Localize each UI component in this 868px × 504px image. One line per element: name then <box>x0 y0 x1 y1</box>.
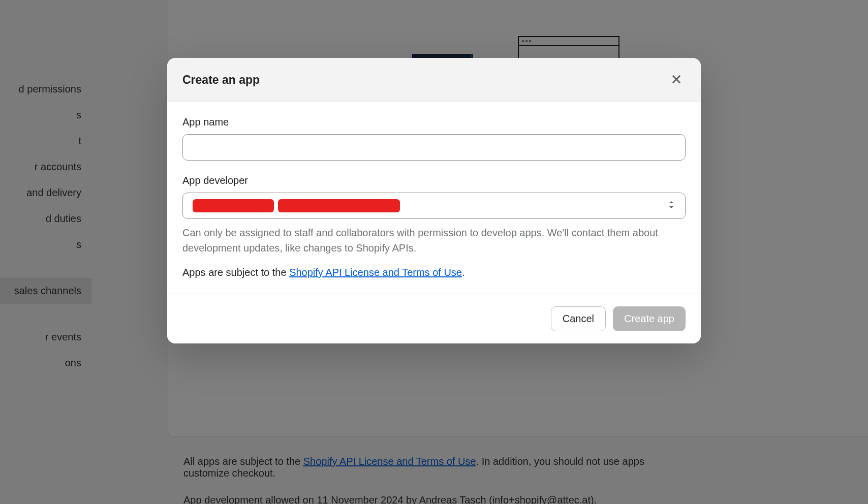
modal-header: Create an app <box>167 58 701 102</box>
developer-helper-text: Can only be assigned to staff and collab… <box>182 225 686 256</box>
modal-title: Create an app <box>182 73 260 87</box>
api-terms-link[interactable]: Shopify API License and Terms of Use <box>289 267 462 278</box>
cancel-button[interactable]: Cancel <box>551 306 606 331</box>
close-icon <box>670 73 683 87</box>
terms-text: Apps are subject to the Shopify API Lice… <box>182 267 686 278</box>
create-app-modal: Create an app App name App developer <box>167 58 701 343</box>
app-developer-label: App developer <box>182 175 686 186</box>
app-name-label: App name <box>182 116 686 128</box>
modal-footer: Cancel Create app <box>167 294 701 343</box>
app-name-input[interactable] <box>182 134 686 161</box>
redacted-content <box>193 199 400 212</box>
modal-overlay: Create an app App name App developer <box>0 0 868 504</box>
create-app-button[interactable]: Create app <box>613 306 686 331</box>
close-button[interactable] <box>667 71 686 89</box>
